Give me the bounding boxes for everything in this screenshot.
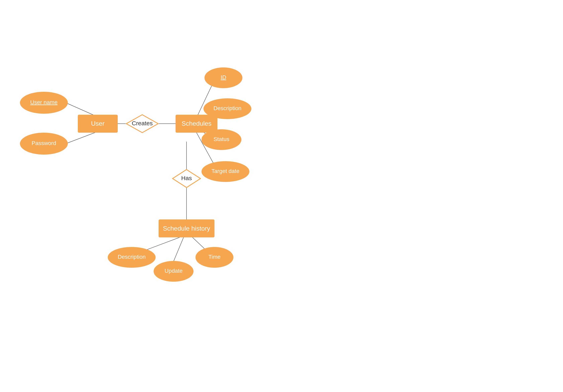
relationship-creates-label: Creates: [132, 120, 153, 126]
conn-username-user: [66, 103, 97, 117]
attr-hist-description-label: Description: [118, 254, 146, 260]
entity-schedules-label: Schedules: [181, 120, 211, 127]
conn-schedhist-update: [174, 237, 184, 261]
diagram-container: User Creates Schedules Has Schedule hist…: [0, 0, 563, 392]
attr-status-label: Status: [214, 136, 229, 142]
attr-targetdate-label: Target date: [211, 168, 239, 174]
attr-id-label: ID: [221, 74, 226, 80]
attr-username-label: User name: [30, 99, 58, 105]
entity-schedulehistory-label: Schedule history: [163, 225, 210, 232]
entity-user-label: User: [91, 120, 104, 127]
attr-password-label: Password: [32, 140, 56, 146]
attr-sched-description-label: Description: [214, 105, 241, 111]
er-diagram-svg: User Creates Schedules Has Schedule hist…: [0, 0, 563, 392]
attr-update-label: Update: [165, 268, 182, 274]
conn-password-user: [66, 132, 97, 144]
relationship-has-label: Has: [181, 175, 192, 181]
attr-time-label: Time: [208, 254, 220, 260]
